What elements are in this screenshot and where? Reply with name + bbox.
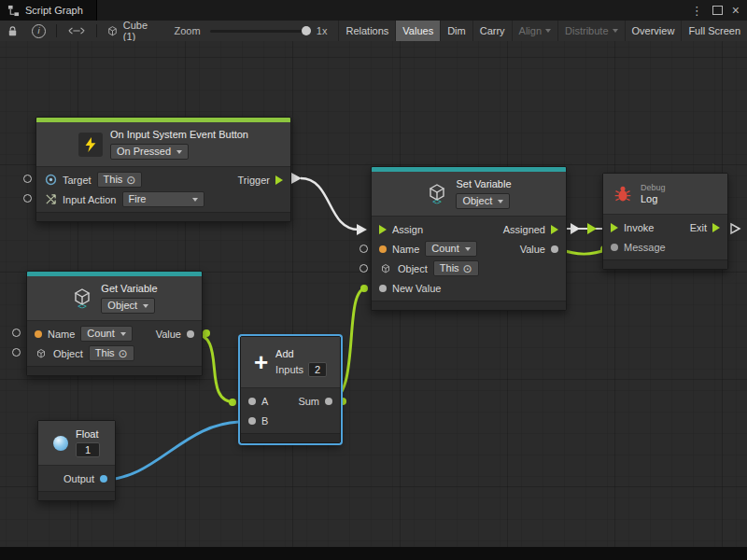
b-port-row: B xyxy=(241,411,340,430)
set-variable-title: Set Variable xyxy=(456,178,511,189)
sum-output-port[interactable] xyxy=(325,398,332,405)
values-button[interactable]: Values xyxy=(395,21,440,41)
exit-flow-port[interactable] xyxy=(712,223,720,232)
node-add[interactable]: + Add Inputs 2 A Sum B xyxy=(240,336,341,443)
close-icon[interactable]: × xyxy=(732,3,740,18)
invoke-flow-port[interactable] xyxy=(611,223,618,232)
kebab-menu-icon[interactable]: ⋮ xyxy=(691,4,703,18)
debug-log-header: Debug Log xyxy=(603,174,727,215)
node-debug-log[interactable]: Debug Log Invoke Exit Message xyxy=(602,173,728,270)
message-input-port[interactable] xyxy=(611,244,618,251)
distribute-dropdown-button[interactable]: Distribute xyxy=(557,21,624,41)
zoom-slider[interactable] xyxy=(210,30,309,33)
object-picker-icon: ⊙ xyxy=(463,263,472,274)
gameobject-cube-icon xyxy=(379,262,392,275)
object-this-chip[interactable]: This ⊙ xyxy=(89,345,134,361)
svg-text:<>: <> xyxy=(433,198,443,205)
external-port[interactable] xyxy=(12,329,21,337)
object-port-label: Object xyxy=(398,263,428,274)
object-this-chip[interactable]: This ⊙ xyxy=(433,260,479,276)
chevron-down-icon xyxy=(143,304,148,308)
node-get-variable[interactable]: <> Get Variable Object Name Count Value xyxy=(26,271,203,376)
event-node-header: On Input System Event Button On Pressed xyxy=(36,122,290,167)
node-float[interactable]: Float 1 Output xyxy=(37,420,116,501)
input-action-icon xyxy=(44,193,57,206)
chevron-down-icon xyxy=(545,29,551,33)
info-icon[interactable]: i xyxy=(25,21,52,41)
variable-name-dropdown[interactable]: Count xyxy=(425,241,476,257)
input-action-dropdown[interactable]: Fire xyxy=(122,191,204,207)
value-output-port[interactable] xyxy=(551,245,558,253)
object-this-value: This xyxy=(95,347,115,359)
value-port-label: Value xyxy=(156,329,181,340)
inputs-count-field[interactable]: 2 xyxy=(308,362,327,377)
name-value-port[interactable] xyxy=(35,330,42,338)
node-footer xyxy=(372,301,566,310)
plus-icon: + xyxy=(254,351,268,373)
float-node-title: Float xyxy=(76,428,98,440)
external-port[interactable] xyxy=(359,245,368,253)
float-node-header: Float 1 xyxy=(38,421,115,466)
variable-name-value: Count xyxy=(87,328,114,340)
graph-target-label: Cube (1) xyxy=(123,20,158,42)
tab-script-graph[interactable]: Script Graph xyxy=(0,0,97,21)
variable-name-dropdown[interactable]: Count xyxy=(80,326,132,342)
name-value-port[interactable] xyxy=(379,245,387,253)
chevron-down-icon xyxy=(613,29,618,33)
external-port[interactable] xyxy=(12,348,21,357)
get-variable-title: Get Variable xyxy=(101,283,157,294)
lock-icon[interactable] xyxy=(0,21,25,41)
align-dropdown-button[interactable]: Align xyxy=(512,21,557,41)
external-port[interactable] xyxy=(359,264,368,273)
graph-target-selector[interactable]: Cube (1) xyxy=(101,20,163,42)
float-value-field[interactable]: 1 xyxy=(76,442,100,457)
event-mode-dropdown[interactable]: On Pressed xyxy=(110,144,189,160)
b-port-label: B xyxy=(261,415,268,427)
dim-button[interactable]: Dim xyxy=(440,21,472,41)
relations-button[interactable]: Relations xyxy=(338,21,395,41)
carry-button[interactable]: Carry xyxy=(472,21,512,41)
object-port-label: Object xyxy=(53,348,83,359)
output-port-label: Output xyxy=(63,473,94,484)
sum-port-label: Sum xyxy=(298,396,319,407)
info-glyph: i xyxy=(32,24,46,38)
message-port-label: Message xyxy=(624,242,666,253)
assign-port-row: Assign Assigned xyxy=(372,219,566,239)
external-port[interactable] xyxy=(23,194,32,203)
node-set-variable[interactable]: <> Set Variable Object Assign Assigned xyxy=(371,166,567,311)
trigger-port-label: Trigger xyxy=(238,175,270,186)
trigger-flow-port[interactable] xyxy=(275,175,283,185)
assigned-port-label: Assigned xyxy=(503,224,545,235)
input-action-port-label: Input Action xyxy=(63,194,117,205)
object-picker-icon: ⊙ xyxy=(126,175,135,186)
full-screen-button[interactable]: Full Screen xyxy=(681,21,747,41)
chevron-down-icon xyxy=(465,247,471,251)
zoom-slider-knob[interactable] xyxy=(302,26,311,35)
node-on-input-system-event-button[interactable]: On Input System Event Button On Pressed … xyxy=(35,117,291,222)
variable-name-value: Count xyxy=(431,243,458,255)
toolbar-button-group: Relations Values Dim Carry Align Distrib… xyxy=(338,21,747,41)
variable-scope-dropdown[interactable]: Object xyxy=(101,298,155,314)
a-input-port[interactable] xyxy=(248,398,256,405)
b-input-port[interactable] xyxy=(248,417,256,425)
new-value-port-label: New Value xyxy=(392,283,441,294)
value-output-port[interactable] xyxy=(187,330,194,338)
float-output-port[interactable] xyxy=(100,475,107,483)
assign-flow-port[interactable] xyxy=(379,225,387,234)
maximize-icon[interactable] xyxy=(712,6,723,15)
name-port-label: Name xyxy=(48,329,75,340)
external-port[interactable] xyxy=(23,175,32,183)
new-value-input-port[interactable] xyxy=(379,285,387,292)
name-port-label: Name xyxy=(392,244,419,255)
variable-cube-icon: <> xyxy=(426,183,448,205)
variable-scope-dropdown[interactable]: Object xyxy=(456,193,510,209)
name-port-row: Name Count Value xyxy=(372,239,566,259)
target-this-chip[interactable]: This ⊙ xyxy=(97,172,143,188)
node-footer xyxy=(603,259,727,269)
object-this-value: This xyxy=(440,262,459,274)
fit-to-view-icon[interactable] xyxy=(61,21,92,41)
assigned-flow-port[interactable] xyxy=(551,225,558,234)
overview-button[interactable]: Overview xyxy=(625,21,682,41)
object-port-row: Object This ⊙ xyxy=(372,259,566,278)
cube-icon xyxy=(106,24,120,37)
